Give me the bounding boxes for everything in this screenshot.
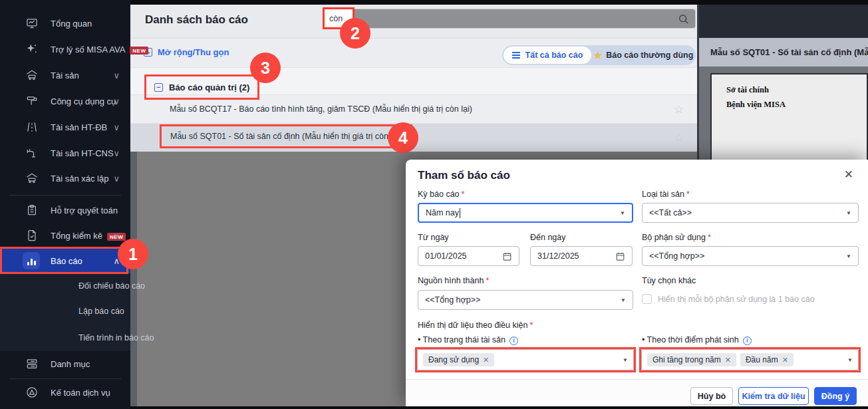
annotation-box-status-filter: Đang sử dụng ✕ ▼ bbox=[415, 347, 636, 372]
info-icon[interactable]: i bbox=[743, 337, 752, 345]
department-label: Bộ phận sử dụng bbox=[642, 233, 706, 242]
search-icon[interactable] bbox=[678, 13, 690, 25]
sidebar-item-overview[interactable]: Tổng quan bbox=[0, 11, 130, 36]
condition-section-label: Hiển thị dữ liệu theo điều kiện bbox=[418, 321, 527, 330]
sidebar-item-label: Đối chiếu báo cáo bbox=[78, 281, 145, 291]
time-tag: Đầu năm ✕ bbox=[740, 353, 794, 366]
checkbox[interactable] bbox=[642, 294, 652, 304]
caret-down-icon: ▼ bbox=[846, 253, 851, 259]
period-select[interactable]: Năm nay ▼ bbox=[418, 203, 633, 223]
search-input[interactable] bbox=[324, 9, 696, 29]
from-date-input[interactable]: 01/01/2025 bbox=[418, 246, 519, 266]
sidebar: Tổng quan Trợ lý số MISA AVANEW Tài sản … bbox=[0, 0, 130, 409]
preview-org-line2: Bệnh viện MISA bbox=[726, 100, 786, 110]
report-filter-segmented: Tất cả báo cáo ★ Báo cáo thường dùng bbox=[502, 45, 696, 65]
per-department-option: Hiển thị mỗi bộ phận sử dụng là 1 báo cá… bbox=[642, 294, 815, 304]
sidebar-item-label: Tổng quan bbox=[51, 19, 92, 29]
dialog-title: Tham số báo cáo bbox=[418, 169, 510, 182]
caret-down-icon: ▼ bbox=[621, 297, 626, 303]
info-icon[interactable]: i bbox=[509, 337, 518, 345]
chevron-down-icon: ∨ bbox=[113, 231, 120, 241]
sidebar-item-catalog[interactable]: Danh mục bbox=[0, 351, 130, 376]
other-options-label: Tùy chọn khác bbox=[642, 276, 696, 285]
annotation-badge-3: 3 bbox=[250, 53, 281, 83]
paint-roller-icon bbox=[24, 93, 40, 109]
sidebar-divider bbox=[9, 378, 121, 379]
dashboard-icon bbox=[24, 15, 40, 31]
to-date-value: 31/12/2025 bbox=[537, 251, 579, 261]
status-tag: Đang sử dụng ✕ bbox=[423, 353, 494, 366]
sidebar-item-assets[interactable]: Tài sản ∨ bbox=[0, 63, 130, 88]
asset-type-label: Loại tài sản bbox=[642, 190, 684, 199]
chevron-down-icon: ∨ bbox=[113, 122, 120, 132]
pipe-icon bbox=[24, 145, 40, 161]
department-select[interactable]: <<Tổng hợp>> ▼ bbox=[642, 246, 859, 266]
sidebar-item-ht-cns[interactable]: Tài sản HT-CNS ∨ bbox=[0, 140, 130, 166]
road-icon bbox=[24, 119, 40, 135]
time-tag: Ghi tăng trong năm ✕ bbox=[647, 353, 736, 366]
caret-down-icon: ▼ bbox=[846, 210, 851, 216]
required-mark: * bbox=[486, 276, 489, 285]
cancel-button[interactable]: Hủy bỏ bbox=[690, 387, 733, 405]
status-multiselect[interactable]: Đang sử dụng ✕ ▼ bbox=[417, 349, 634, 370]
sidebar-item-label: Hỗ trợ quyết toán bbox=[51, 205, 118, 215]
favorite-star-icon[interactable]: ☆ bbox=[674, 102, 684, 116]
required-mark: * bbox=[708, 233, 711, 242]
report-row-label[interactable]: Mẫu số SQT01 - Số tài sản cố định (Mẫu h… bbox=[170, 132, 402, 141]
text-cursor bbox=[460, 208, 460, 218]
calendar-icon[interactable] bbox=[615, 251, 625, 261]
tree-group-label[interactable]: Báo cáo quản trị (2) bbox=[169, 82, 249, 92]
page-title: Danh sách báo cáo bbox=[145, 13, 248, 27]
check-data-button[interactable]: Kiểm tra dữ liệu bbox=[738, 387, 809, 405]
bottom-edge bbox=[130, 406, 868, 409]
ok-button[interactable]: Đồng ý bbox=[814, 387, 857, 405]
preview-title: Mẫu số SQT01 - Số tài sản cố định (Mẫu h… bbox=[710, 47, 868, 57]
sidebar-item-ht-db[interactable]: Tài sản HT-ĐB ∨ bbox=[0, 114, 130, 140]
all-reports-button[interactable]: Tất cả báo cáo bbox=[504, 47, 591, 64]
sidebar-item-accounting-service[interactable]: Kế toán dịch vụ bbox=[0, 380, 130, 405]
remove-tag-icon[interactable]: ✕ bbox=[725, 356, 731, 364]
sidebar-item-settlement-support[interactable]: Hỗ trợ quyết toán bbox=[0, 198, 130, 223]
sidebar-subitem-create-report[interactable]: Lập báo cáo bbox=[0, 299, 130, 324]
expand-collapse-link[interactable]: + Mở rộng/Thu gọn bbox=[144, 47, 229, 57]
sidebar-item-label: Công cụ dụng cụ bbox=[51, 96, 116, 106]
annotation-badge-1: 1 bbox=[118, 239, 148, 269]
time-multiselect[interactable]: Ghi tăng trong năm ✕ Đầu năm ✕ ▼ bbox=[641, 349, 859, 370]
asset-type-select[interactable]: <<Tất cả>> ▼ bbox=[642, 203, 859, 223]
source-select[interactable]: <<Tổng hợp>> ▼ bbox=[418, 290, 633, 310]
reports-submenu: Đối chiếu báo cáo Lập báo cáo Tiến trình… bbox=[0, 273, 130, 351]
sidebar-item-inventory[interactable]: Tổng kiểm kêNEW ∨ bbox=[0, 223, 130, 248]
sidebar-item-established-assets[interactable]: Tài sản xác lập ∨ bbox=[0, 166, 130, 191]
sidebar-item-tools[interactable]: Công cụ dụng cụ ∨ bbox=[0, 88, 130, 114]
required-mark: * bbox=[686, 190, 690, 199]
to-date-label: Đến ngày bbox=[530, 233, 566, 242]
remove-tag-icon[interactable]: ✕ bbox=[782, 356, 788, 364]
document-check-icon bbox=[24, 227, 40, 243]
bar-chart-icon bbox=[23, 252, 40, 269]
department-value: <<Tổng hợp>> bbox=[649, 251, 704, 261]
favorite-star-icon[interactable]: ☆ bbox=[674, 131, 684, 145]
report-parameters-dialog: Tham số báo cáo ✕ Kỳ báo cáo* Loại tài s… bbox=[406, 160, 868, 407]
top-edge bbox=[130, 0, 868, 5]
favorite-reports-button[interactable]: ★ Báo cáo thường dùng bbox=[591, 50, 696, 61]
sidebar-item-label: Lập báo cáo bbox=[78, 307, 124, 316]
sidebar-item-reports[interactable]: Báo cáo ∧ bbox=[0, 248, 130, 273]
remove-tag-icon[interactable]: ✕ bbox=[483, 356, 489, 364]
sidebar-subitem-print-progress[interactable]: Tiến trình in báo cáo bbox=[0, 325, 130, 350]
list-icon bbox=[24, 356, 40, 372]
close-icon[interactable]: ✕ bbox=[844, 168, 853, 182]
sidebar-item-label: Báo cáo bbox=[51, 256, 82, 266]
dialog-footer: Hủy bỏ Kiểm tra dữ liệu Đồng ý bbox=[406, 379, 868, 407]
to-date-input[interactable]: 31/12/2025 bbox=[530, 246, 633, 266]
sidebar-item-misa-ava[interactable]: Trợ lý số MISA AVANEW bbox=[0, 37, 130, 62]
caret-down-icon: ▼ bbox=[847, 357, 853, 363]
preview-panel-header: Mẫu số SQT01 - Số tài sản cố định (Mẫu h… bbox=[699, 38, 868, 67]
sidebar-subitem-compare-reports[interactable]: Đối chiếu báo cáo bbox=[0, 273, 130, 299]
tag-label: Ghi tăng trong năm bbox=[652, 355, 721, 364]
sidebar-item-label: Tiến trình in báo cáo bbox=[78, 333, 154, 342]
calendar-icon[interactable] bbox=[502, 251, 512, 261]
sidebar-item-label: Tài sản bbox=[51, 70, 79, 80]
collapse-icon[interactable]: − bbox=[154, 83, 163, 92]
list-toolbar: + Mở rộng/Thu gọn Tất cả báo cáo ★ Báo c… bbox=[130, 38, 697, 67]
required-mark: * bbox=[529, 321, 533, 330]
